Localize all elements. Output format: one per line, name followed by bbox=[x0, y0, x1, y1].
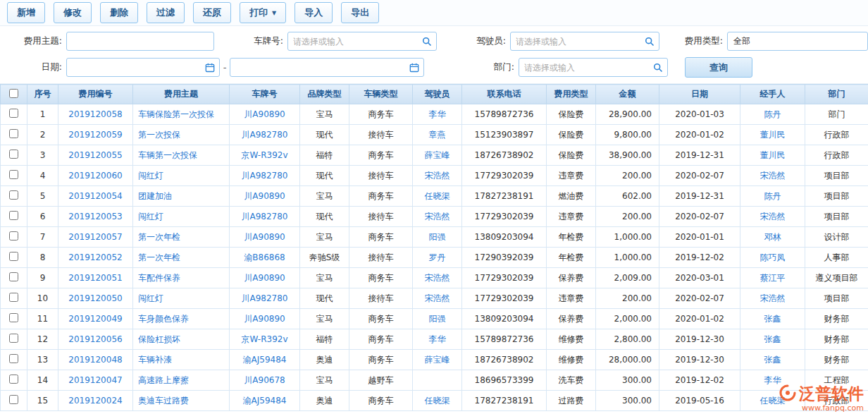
table-row[interactable]: 52019120054团建加油川A90890宝马商务车任晓渠1782723819… bbox=[1, 186, 868, 207]
cell-code-link[interactable]: 2019120060 bbox=[68, 171, 122, 181]
date-from-input[interactable] bbox=[67, 63, 201, 73]
cell-plate-link[interactable]: 川A90890 bbox=[244, 109, 285, 119]
cell-plate-link[interactable]: 渝B86868 bbox=[244, 252, 285, 262]
cell-handler-link[interactable]: 宋浩然 bbox=[760, 171, 786, 181]
table-row[interactable]: 32019120055车辆第一次投保京W-R392v福特商务车薛宝峰187267… bbox=[1, 145, 868, 166]
restore-button[interactable]: 还原 bbox=[193, 2, 231, 23]
table-row[interactable]: 62019120053闯红灯川A982780现代接待车宋浩然1772930203… bbox=[1, 207, 868, 227]
cell-plate-link[interactable]: 川A90678 bbox=[244, 375, 285, 385]
cell-handler-link[interactable]: 邓林 bbox=[764, 232, 781, 242]
cell-plate-link[interactable]: 川A90890 bbox=[244, 232, 285, 242]
cell-subject-link[interactable]: 第一次年检 bbox=[138, 252, 180, 262]
cell-plate-link[interactable]: 川A90890 bbox=[244, 273, 285, 283]
cell-subject-link[interactable]: 车辆第一次投保 bbox=[138, 150, 197, 160]
table-row[interactable]: 92019120051车配件保养川A90890宝马商务车宋浩然177293020… bbox=[1, 268, 868, 288]
cell-subject-link[interactable]: 保险杠损坏 bbox=[138, 334, 180, 344]
cell-subject-link[interactable]: 闯红灯 bbox=[138, 212, 163, 221]
fee-type-select[interactable]: 全部 bbox=[727, 32, 868, 51]
table-row[interactable]: 72019120057第一次年检川A90890宝马商务车阳强1380920309… bbox=[1, 227, 868, 248]
cell-code-link[interactable]: 2019120024 bbox=[68, 396, 122, 406]
cell-handler-link[interactable]: 张鑫 bbox=[764, 314, 781, 324]
row-checkbox[interactable] bbox=[9, 334, 18, 343]
cell-handler-link[interactable]: 张鑫 bbox=[764, 355, 781, 365]
calendar-icon[interactable] bbox=[201, 59, 219, 76]
plate-input[interactable] bbox=[288, 37, 418, 47]
driver-input[interactable] bbox=[511, 37, 640, 47]
cell-handler-link[interactable]: 宋浩然 bbox=[760, 212, 786, 221]
cell-driver-link[interactable]: 李华 bbox=[429, 334, 446, 344]
table-row[interactable]: 142019120047高速路上摩擦川A90678宝马越野车1869657339… bbox=[1, 370, 868, 391]
print-button[interactable]: 打印▼ bbox=[240, 2, 286, 23]
edit-button[interactable]: 修改 bbox=[54, 2, 92, 23]
row-checkbox[interactable] bbox=[9, 190, 18, 200]
table-row[interactable]: 42019120060闯红灯川A982780现代接待车宋浩然1772930203… bbox=[1, 166, 868, 186]
cell-subject-link[interactable]: 闯红灯 bbox=[138, 171, 163, 181]
cell-subject-link[interactable]: 车身颜色保养 bbox=[138, 314, 189, 324]
row-checkbox[interactable] bbox=[9, 395, 18, 404]
cell-plate-link[interactable]: 川A90890 bbox=[244, 314, 285, 324]
table-row[interactable]: 132019120048车辆补漆渝AJ59484奥迪商务车薛宝峰18726738… bbox=[1, 350, 868, 370]
cell-subject-link[interactable]: 车配件保养 bbox=[138, 273, 180, 283]
table-row[interactable]: 82019120052第一次年检渝B86868奔驰S级接待车罗丹17290392… bbox=[1, 248, 868, 268]
cell-code-link[interactable]: 2019120049 bbox=[68, 314, 122, 324]
cell-plate-link[interactable]: 渝AJ59484 bbox=[243, 396, 287, 406]
cell-driver-link[interactable]: 阳强 bbox=[429, 232, 446, 242]
dept-input[interactable] bbox=[519, 63, 649, 73]
cell-code-link[interactable]: 2019120047 bbox=[68, 375, 122, 385]
filter-button[interactable]: 过滤 bbox=[147, 2, 185, 23]
table-row[interactable]: 102019120050闯红灯川A982780现代接待车宋浩然177293020… bbox=[1, 288, 868, 309]
cell-driver-link[interactable]: 任晓渠 bbox=[425, 191, 450, 201]
cell-plate-link[interactable]: 渝AJ59484 bbox=[243, 355, 287, 365]
cell-driver-link[interactable]: 薛宝峰 bbox=[425, 355, 450, 365]
cell-driver-link[interactable]: 章燕 bbox=[429, 130, 446, 140]
cell-driver-link[interactable]: 罗丹 bbox=[429, 252, 446, 262]
row-checkbox[interactable] bbox=[9, 313, 18, 322]
cell-handler-link[interactable]: 宋浩然 bbox=[760, 293, 786, 303]
cell-plate-link[interactable]: 川A982780 bbox=[241, 171, 287, 181]
cell-plate-link[interactable]: 川A982780 bbox=[241, 212, 287, 221]
row-checkbox[interactable] bbox=[9, 354, 18, 363]
subject-input[interactable] bbox=[66, 32, 214, 51]
cell-driver-link[interactable]: 任晓渠 bbox=[425, 396, 450, 406]
row-checkbox[interactable] bbox=[9, 293, 18, 302]
cell-subject-link[interactable]: 奥迪车过路费 bbox=[138, 396, 189, 406]
cell-handler-link[interactable]: 董川民 bbox=[760, 150, 786, 160]
calendar-icon[interactable] bbox=[405, 59, 423, 76]
cell-driver-link[interactable]: 阳强 bbox=[429, 314, 446, 324]
cell-subject-link[interactable]: 车辆补漆 bbox=[138, 355, 172, 365]
cell-plate-link[interactable]: 川A982780 bbox=[241, 130, 287, 140]
row-checkbox[interactable] bbox=[9, 170, 18, 179]
cell-subject-link[interactable]: 团建加油 bbox=[138, 191, 172, 201]
cell-subject-link[interactable]: 第一次投保 bbox=[138, 130, 180, 140]
search-icon[interactable] bbox=[640, 32, 659, 50]
cell-handler-link[interactable]: 李华 bbox=[764, 375, 781, 385]
cell-subject-link[interactable]: 高速路上摩擦 bbox=[138, 375, 189, 385]
cell-subject-link[interactable]: 车辆保险第一次投保 bbox=[138, 109, 214, 119]
cell-handler-link[interactable]: 陈巧凤 bbox=[760, 252, 786, 262]
row-checkbox[interactable] bbox=[9, 150, 18, 159]
cell-handler-link[interactable]: 陈丹 bbox=[764, 191, 781, 201]
cell-code-link[interactable]: 2019120053 bbox=[68, 212, 122, 221]
export-button[interactable]: 导出 bbox=[341, 2, 379, 23]
import-button[interactable]: 导入 bbox=[294, 2, 333, 23]
cell-driver-link[interactable]: 李华 bbox=[429, 109, 446, 119]
row-checkbox[interactable] bbox=[9, 272, 18, 281]
cell-subject-link[interactable]: 闯红灯 bbox=[138, 293, 163, 303]
row-checkbox[interactable] bbox=[9, 129, 18, 138]
cell-plate-link[interactable]: 川A982780 bbox=[241, 293, 287, 303]
cell-driver-link[interactable]: 薛宝峰 bbox=[425, 150, 450, 160]
table-row[interactable]: 12019120058车辆保险第一次投保川A90890宝马商务车李华157898… bbox=[1, 104, 868, 125]
cell-plate-link[interactable]: 川A90890 bbox=[244, 191, 285, 201]
cell-code-link[interactable]: 2019120051 bbox=[68, 273, 122, 283]
table-row[interactable]: 122019120056保险杠损坏京W-R392v福特商务车李华15789872… bbox=[1, 329, 868, 350]
search-icon[interactable] bbox=[418, 32, 436, 50]
table-row[interactable]: 152019120024奥迪车过路费渝AJ59484奥迪商务车任晓渠178272… bbox=[1, 391, 868, 411]
table-row[interactable]: 112019120049车身颜色保养川A90890宝马商务车阳强13809203… bbox=[1, 309, 868, 329]
cell-code-link[interactable]: 2019120058 bbox=[68, 109, 122, 119]
row-checkbox[interactable] bbox=[9, 109, 18, 118]
row-checkbox[interactable] bbox=[9, 231, 18, 241]
delete-button[interactable]: 删除 bbox=[100, 2, 138, 23]
cell-driver-link[interactable]: 宋浩然 bbox=[425, 273, 450, 283]
query-button[interactable]: 查询 bbox=[685, 57, 752, 78]
cell-handler-link[interactable]: 蔡江平 bbox=[760, 273, 786, 283]
